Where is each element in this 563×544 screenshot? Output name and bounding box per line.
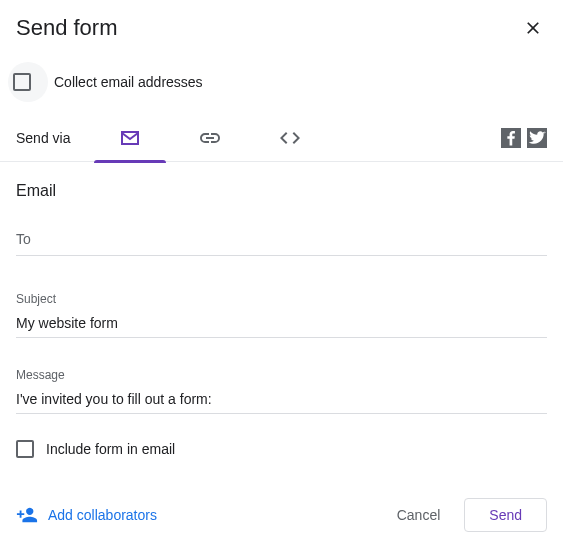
email-icon bbox=[118, 126, 142, 150]
subject-input[interactable] bbox=[16, 315, 547, 338]
dialog-footer: Add collaborators Cancel Send bbox=[0, 484, 563, 544]
add-collaborators-button[interactable]: Add collaborators bbox=[16, 504, 157, 526]
to-input[interactable] bbox=[16, 231, 547, 256]
tab-embed[interactable] bbox=[250, 114, 330, 162]
tab-link[interactable] bbox=[170, 114, 250, 162]
social-icons bbox=[501, 128, 547, 148]
send-form-dialog: Send form Collect email addresses Send v… bbox=[0, 0, 563, 544]
facebook-icon bbox=[501, 128, 521, 148]
collect-email-label: Collect email addresses bbox=[54, 74, 203, 90]
embed-icon bbox=[278, 126, 302, 150]
message-label: Message bbox=[16, 368, 547, 382]
subject-label: Subject bbox=[16, 292, 547, 306]
include-form-checkbox[interactable] bbox=[16, 440, 34, 458]
include-form-label: Include form in email bbox=[46, 441, 175, 457]
add-person-icon bbox=[16, 504, 38, 526]
cancel-button[interactable]: Cancel bbox=[381, 499, 457, 531]
subject-field: Subject bbox=[16, 292, 547, 338]
collect-email-checkbox-wrap bbox=[8, 62, 48, 102]
send-via-tabs bbox=[90, 114, 330, 162]
collect-email-checkbox[interactable] bbox=[13, 73, 31, 91]
email-section-title: Email bbox=[16, 182, 547, 200]
email-section: Email Subject Message bbox=[0, 162, 563, 414]
close-button[interactable] bbox=[519, 14, 547, 42]
send-button[interactable]: Send bbox=[464, 498, 547, 532]
add-collaborators-label: Add collaborators bbox=[48, 507, 157, 523]
include-form-row: Include form in email bbox=[0, 432, 563, 458]
close-icon bbox=[523, 18, 543, 38]
share-twitter-button[interactable] bbox=[527, 128, 547, 148]
message-input[interactable] bbox=[16, 391, 547, 414]
send-via-label: Send via bbox=[16, 130, 70, 146]
dialog-header: Send form bbox=[0, 0, 563, 48]
send-via-row: Send via bbox=[0, 114, 563, 162]
share-facebook-button[interactable] bbox=[501, 128, 521, 148]
dialog-title: Send form bbox=[16, 15, 519, 41]
message-field: Message bbox=[16, 368, 547, 414]
link-icon bbox=[198, 126, 222, 150]
to-field bbox=[16, 230, 547, 256]
twitter-icon bbox=[527, 128, 547, 148]
collect-email-row: Collect email addresses bbox=[0, 48, 563, 114]
tab-email[interactable] bbox=[90, 114, 170, 162]
